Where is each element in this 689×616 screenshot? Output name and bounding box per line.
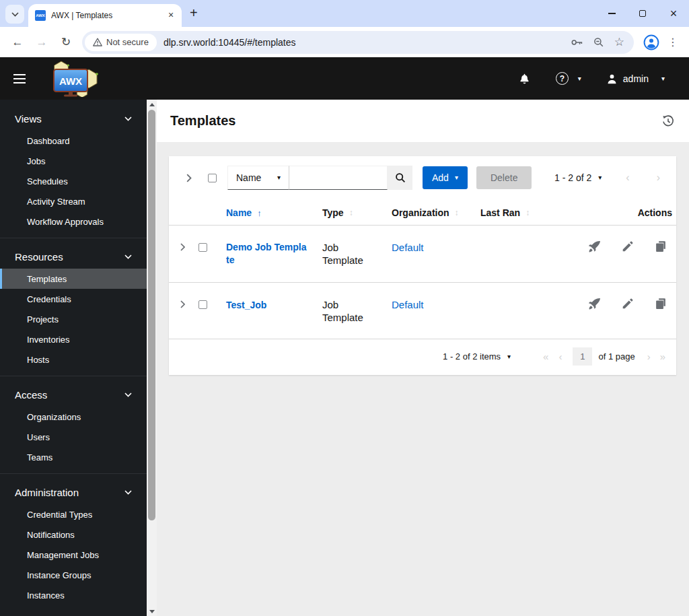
sidebar-section-header-access[interactable]: Access xyxy=(0,382,147,407)
help-icon: ? xyxy=(556,72,569,85)
sidebar-item-projects[interactable]: Projects xyxy=(0,309,147,329)
scrollbar-down-arrow[interactable] xyxy=(147,607,157,616)
scrollbar-up-arrow[interactable] xyxy=(147,100,157,109)
hamburger-menu-icon[interactable] xyxy=(13,74,30,83)
activity-history-button[interactable] xyxy=(662,115,674,127)
reload-button[interactable]: ↻ xyxy=(55,32,77,53)
sidebar-item-teams[interactable]: Teams xyxy=(0,447,147,467)
bookmark-star-icon[interactable]: ☆ xyxy=(614,36,624,48)
maximize-icon xyxy=(639,10,646,17)
select-all-checkbox[interactable] xyxy=(208,174,217,182)
column-header-organization[interactable]: Organization ↕ xyxy=(392,199,480,225)
maximize-button[interactable] xyxy=(627,0,658,27)
address-bar[interactable]: Not secure dlp.srv.world:10445/#/templat… xyxy=(82,31,634,54)
copy-button[interactable] xyxy=(655,298,667,310)
back-button[interactable]: ← xyxy=(7,32,28,53)
organization-link[interactable]: Default xyxy=(392,242,424,253)
zoom-out-icon[interactable] xyxy=(593,37,604,48)
browser-menu-button[interactable]: ⋮ xyxy=(663,36,682,48)
filter-key-select[interactable]: Name ▾ xyxy=(227,166,289,190)
section-label: Resources xyxy=(15,251,63,263)
expand-all-button[interactable] xyxy=(180,174,198,182)
header-spacer xyxy=(196,199,226,225)
search-button[interactable] xyxy=(388,166,412,190)
first-page-button[interactable]: « xyxy=(543,351,548,362)
url-text[interactable]: dlp.srv.world:10445/#/templates xyxy=(164,37,565,48)
previous-page-button[interactable]: ‹ xyxy=(626,172,629,184)
edit-button[interactable] xyxy=(622,240,634,252)
chevron-right-icon xyxy=(180,300,185,308)
sidebar-item-users[interactable]: Users xyxy=(0,427,147,447)
column-header-type[interactable]: Type ↕ xyxy=(322,199,392,225)
last-page-button[interactable]: » xyxy=(660,351,665,362)
profile-avatar[interactable] xyxy=(643,34,659,50)
tab-close-icon[interactable]: × xyxy=(166,10,176,21)
sidebar-item-dashboard[interactable]: Dashboard xyxy=(0,131,147,151)
sidebar-item-instance-groups[interactable]: Instance Groups xyxy=(0,565,147,585)
row-expand-button[interactable] xyxy=(169,283,196,339)
row-checkbox[interactable] xyxy=(198,300,207,309)
triangle-down-icon xyxy=(149,610,155,613)
sidebar-item-workflow-approvals[interactable]: Workflow Approvals xyxy=(0,211,147,232)
sidebar-item-instances[interactable]: Instances xyxy=(0,585,147,605)
top-pagination: 1 - 2 of 2 ▾ ‹ › xyxy=(554,172,665,184)
launch-button[interactable] xyxy=(588,298,601,310)
new-tab-button[interactable]: + xyxy=(190,5,198,21)
edit-button[interactable] xyxy=(622,298,634,310)
sidebar-item-notifications[interactable]: Notifications xyxy=(0,524,147,545)
sidebar-section-header-views[interactable]: Views xyxy=(0,106,147,131)
browser-tab[interactable]: AWX AWX | Templates × xyxy=(28,4,182,27)
sidebar-item-credentials[interactable]: Credentials xyxy=(0,289,147,309)
column-header-last-ran[interactable]: Last Ran ↕ xyxy=(480,199,556,225)
sidebar-item-templates[interactable]: Templates xyxy=(0,269,147,289)
sidebar: Views Dashboard Jobs Schedules Activity … xyxy=(0,100,147,616)
sidebar-item-credential-types[interactable]: Credential Types xyxy=(0,504,147,524)
next-page-button[interactable]: › xyxy=(647,351,651,362)
sidebar-item-inventories[interactable]: Inventories xyxy=(0,329,147,349)
chevron-down-icon xyxy=(11,12,19,17)
template-name-link[interactable]: Demo Job Template xyxy=(226,241,310,267)
sidebar-item-activity-stream[interactable]: Activity Stream xyxy=(0,191,147,211)
template-name-link[interactable]: Test_Job xyxy=(226,299,310,312)
add-button[interactable]: Add ▾ xyxy=(423,166,468,189)
rocket-icon xyxy=(588,240,601,253)
rocket-icon xyxy=(588,298,601,310)
chevron-right-icon xyxy=(180,243,185,251)
help-menu-button[interactable]: ? ▾ xyxy=(556,72,581,85)
forward-button[interactable]: → xyxy=(31,32,52,53)
search-input[interactable] xyxy=(289,166,388,190)
column-header-name[interactable]: Name ↑ xyxy=(226,199,322,225)
row-expand-button[interactable] xyxy=(169,226,196,282)
list-toolbar: Name ▾ Add ▾ Delete 1 - 2 of 2 xyxy=(169,156,676,199)
notifications-bell-button[interactable] xyxy=(519,73,530,84)
sidebar-section-header-resources[interactable]: Resources xyxy=(0,244,147,269)
awx-logo[interactable]: AWX xyxy=(43,61,100,97)
scrollbar-thumb[interactable] xyxy=(148,110,155,520)
current-page-input[interactable]: 1 xyxy=(573,347,592,366)
sidebar-section-header-administration[interactable]: Administration xyxy=(0,480,147,504)
sidebar-item-organizations[interactable]: Organizations xyxy=(0,407,147,427)
not-secure-chip[interactable]: Not secure xyxy=(85,34,157,51)
pagination-range-label[interactable]: 1 - 2 of 2 xyxy=(554,172,591,183)
column-label: Type xyxy=(322,207,344,218)
delete-button[interactable]: Delete xyxy=(476,166,532,189)
sidebar-item-management-jobs[interactable]: Management Jobs xyxy=(0,545,147,565)
close-button[interactable]: × xyxy=(658,0,689,27)
row-checkbox[interactable] xyxy=(198,243,207,252)
user-menu-button[interactable]: admin ▾ xyxy=(607,73,665,84)
next-page-button[interactable]: › xyxy=(657,172,660,184)
copy-button[interactable] xyxy=(655,240,667,252)
organization-link[interactable]: Default xyxy=(392,299,424,310)
password-key-icon[interactable] xyxy=(571,38,583,46)
sidebar-section-access: Access Organizations Users Teams xyxy=(0,376,147,467)
sidebar-scrollbar[interactable] xyxy=(147,100,157,616)
launch-button[interactable] xyxy=(588,240,601,253)
tab-search-button[interactable] xyxy=(5,5,24,24)
sidebar-item-schedules[interactable]: Schedules xyxy=(0,171,147,191)
items-summary-dropdown[interactable]: 1 - 2 of 2 items ▾ xyxy=(443,351,511,362)
sidebar-item-hosts[interactable]: Hosts xyxy=(0,349,147,370)
minimize-button[interactable] xyxy=(596,0,627,27)
user-icon xyxy=(607,73,617,84)
previous-page-button[interactable]: ‹ xyxy=(558,351,562,362)
sidebar-item-jobs[interactable]: Jobs xyxy=(0,151,147,171)
